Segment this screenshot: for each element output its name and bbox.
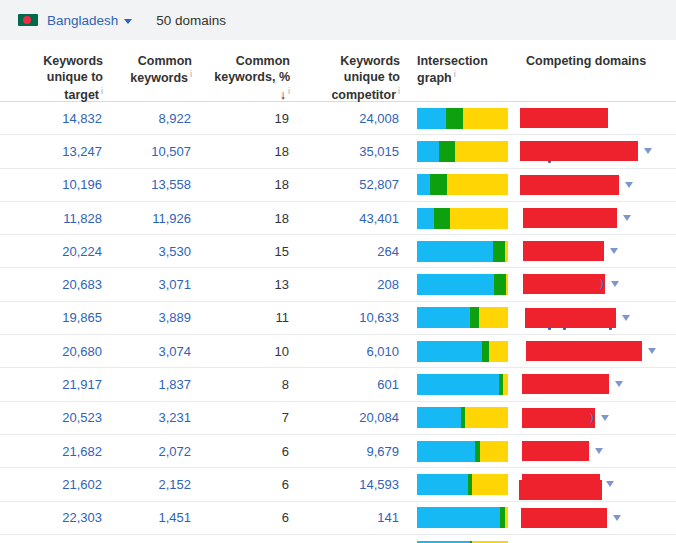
keywords-unique-competitor-link[interactable]: 208 xyxy=(377,277,399,292)
keywords-unique-target-link[interactable]: 11,828 xyxy=(63,211,102,226)
keywords-unique-competitor-cell: 208 xyxy=(290,277,400,292)
info-icon[interactable]: i xyxy=(398,86,400,96)
common-keywords-link[interactable]: 2,072 xyxy=(158,444,191,459)
table-row: 21,602 2,152 6 14,593 xyxy=(0,468,676,501)
dropdown-caret-icon[interactable] xyxy=(595,448,603,454)
col-header-common-keywords-pct[interactable]: Common keywords, % ↓i xyxy=(192,53,290,103)
target-only-segment xyxy=(417,507,500,528)
keywords-unique-competitor-link[interactable]: 24,008 xyxy=(359,111,399,126)
keywords-unique-competitor-link[interactable]: 35,015 xyxy=(359,144,399,159)
redacted-domain-bar[interactable] xyxy=(523,241,604,261)
common-segment xyxy=(482,341,489,362)
keywords-unique-target-link[interactable]: 19,865 xyxy=(62,310,102,325)
redacted-domain-bar[interactable] xyxy=(521,508,607,528)
common-keywords-pct-cell: 15 xyxy=(192,244,290,259)
dropdown-caret-icon[interactable] xyxy=(615,381,623,387)
competitor-only-segment xyxy=(472,474,508,495)
keywords-unique-competitor-link[interactable]: 20,084 xyxy=(359,410,399,425)
keywords-unique-competitor-link[interactable]: 6,010 xyxy=(366,344,399,359)
competitor-only-segment xyxy=(505,507,508,528)
common-keywords-pct-cell: 11 xyxy=(192,310,290,325)
common-keywords-link[interactable]: 3,231 xyxy=(158,410,191,425)
common-keywords-link[interactable]: 3,071 xyxy=(158,277,191,292)
keywords-unique-competitor-link[interactable]: 14,593 xyxy=(359,477,399,492)
dropdown-caret-icon[interactable] xyxy=(601,415,609,421)
dropdown-caret-icon[interactable] xyxy=(648,348,656,354)
competing-domain-cell xyxy=(512,468,676,500)
keywords-unique-target-link[interactable]: 22,303 xyxy=(62,510,102,525)
common-keywords-link[interactable]: 1,451 xyxy=(158,510,191,525)
competing-domain-cell xyxy=(512,169,676,201)
keywords-unique-target-link[interactable]: 21,917 xyxy=(62,377,102,392)
col-header-keywords-unique-target[interactable]: Keywords unique to targeti xyxy=(0,53,103,103)
keywords-unique-competitor-link[interactable]: 9,679 xyxy=(366,444,399,459)
dropdown-caret-icon[interactable] xyxy=(623,215,631,221)
redacted-text-paren: ) xyxy=(600,277,604,289)
keywords-unique-target-link[interactable]: 20,224 xyxy=(62,244,102,259)
common-segment xyxy=(470,307,479,328)
common-keywords-link[interactable]: 1,837 xyxy=(158,377,191,392)
common-keywords-link[interactable]: 3,889 xyxy=(158,310,191,325)
competitor-only-segment xyxy=(465,407,508,428)
dropdown-caret-icon[interactable] xyxy=(625,182,633,188)
common-keywords-link[interactable]: 8,922 xyxy=(158,111,191,126)
competitor-only-segment xyxy=(506,274,508,295)
keywords-unique-competitor-link[interactable]: 601 xyxy=(377,377,399,392)
common-keywords-link[interactable]: 11,926 xyxy=(152,211,191,226)
keywords-unique-target-link[interactable]: 21,682 xyxy=(62,444,102,459)
keywords-unique-competitor-cell: 52,807 xyxy=(290,177,400,192)
dropdown-caret-icon[interactable] xyxy=(610,248,618,254)
intersection-graph-bar xyxy=(417,441,508,462)
col-header-keywords-unique-competitor[interactable]: Keywords unique to competitori xyxy=(290,53,400,103)
keywords-unique-target-link[interactable]: 21,602 xyxy=(62,477,102,492)
info-icon[interactable]: i xyxy=(101,86,103,96)
table-header: Keywords unique to targeti Common keywor… xyxy=(0,40,676,102)
sort-desc-icon: ↓ xyxy=(280,88,286,102)
common-keywords-link[interactable]: 2,152 xyxy=(158,477,191,492)
redacted-domain-bar[interactable] xyxy=(523,208,617,228)
common-keywords-link[interactable]: 10,507 xyxy=(151,144,191,159)
table-row: 20,680 3,074 10 6,010 xyxy=(0,335,676,368)
keywords-unique-target-link[interactable]: 20,523 xyxy=(62,410,102,425)
keywords-unique-target-cell: 22,303 xyxy=(0,510,103,525)
redacted-domain-bar[interactable] xyxy=(523,274,605,294)
dropdown-caret-icon[interactable] xyxy=(606,481,614,487)
keywords-unique-target-link[interactable]: 20,680 xyxy=(62,344,102,359)
common-keywords-cell: 3,889 xyxy=(103,310,192,325)
intersection-graph-cell xyxy=(400,474,512,495)
keywords-unique-competitor-link[interactable]: 52,807 xyxy=(359,177,399,192)
keywords-unique-competitor-cell: 601 xyxy=(290,377,400,392)
redacted-domain-bar[interactable] xyxy=(520,175,619,195)
keywords-unique-target-link[interactable]: 14,832 xyxy=(62,111,102,126)
country-selector[interactable]: Bangladesh xyxy=(47,13,132,28)
keywords-unique-target-link[interactable]: 10,196 xyxy=(62,177,102,192)
dropdown-caret-icon[interactable] xyxy=(622,315,630,321)
keywords-unique-competitor-link[interactable]: 264 xyxy=(377,244,399,259)
keywords-unique-competitor-link[interactable]: 141 xyxy=(377,510,399,525)
redacted-domain-bar[interactable] xyxy=(525,308,616,328)
dropdown-caret-icon[interactable] xyxy=(613,515,621,521)
common-keywords-link[interactable]: 13,558 xyxy=(151,177,191,192)
common-segment xyxy=(430,174,447,195)
keywords-unique-competitor-link[interactable]: 43,401 xyxy=(359,211,399,226)
redacted-domain-bar[interactable] xyxy=(522,441,589,461)
common-keywords-pct-cell: 13 xyxy=(192,277,290,292)
redacted-text-paren: ) xyxy=(590,411,594,423)
redacted-domain-bar[interactable] xyxy=(520,141,638,161)
dropdown-caret-icon[interactable] xyxy=(644,148,652,154)
redacted-domain-bar[interactable] xyxy=(522,408,595,428)
redacted-domain-bar[interactable] xyxy=(526,341,642,361)
common-keywords-link[interactable]: 3,074 xyxy=(158,344,191,359)
keywords-unique-competitor-link[interactable]: 10,633 xyxy=(359,310,399,325)
redacted-domain-bar[interactable] xyxy=(520,108,608,128)
dropdown-caret-icon[interactable] xyxy=(611,281,619,287)
common-keywords-pct-value: 6 xyxy=(282,477,289,492)
redacted-domain-bar[interactable] xyxy=(522,374,609,394)
info-icon[interactable]: i xyxy=(454,69,456,79)
keywords-unique-target-link[interactable]: 20,683 xyxy=(62,277,102,292)
redacted-domain-bar[interactable] xyxy=(522,474,600,494)
common-keywords-pct-value: 15 xyxy=(275,244,289,259)
common-keywords-link[interactable]: 3,530 xyxy=(158,244,191,259)
keywords-unique-target-link[interactable]: 13,247 xyxy=(62,144,102,159)
col-header-common-keywords[interactable]: Common keywordsi xyxy=(103,53,192,87)
